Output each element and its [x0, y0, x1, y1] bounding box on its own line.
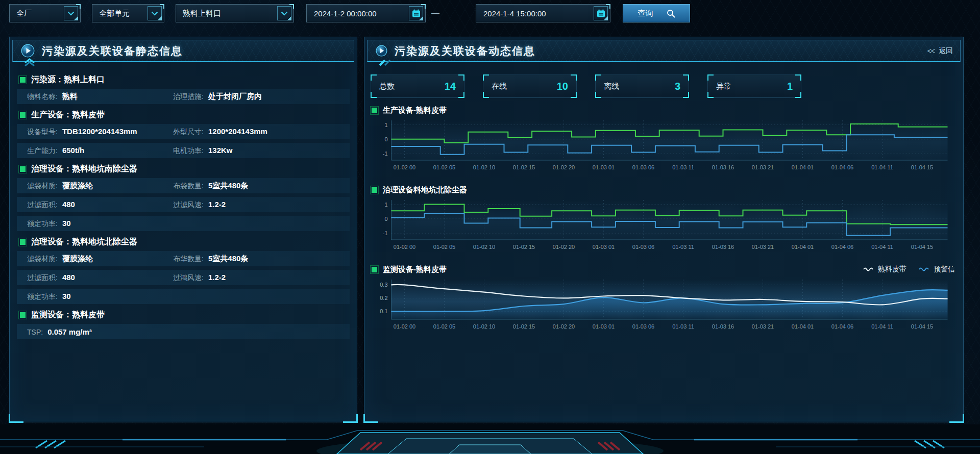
svg-text:01-04 11: 01-04 11: [871, 323, 893, 330]
field-value: 480: [62, 200, 75, 209]
info-field: 布袋数量:5室共480条: [173, 181, 345, 191]
svg-text:01-04 01: 01-04 01: [792, 164, 814, 170]
info-row: 额定功率:30: [17, 289, 350, 304]
chevron-down-icon: [281, 11, 288, 16]
calendar-icon: [412, 9, 421, 18]
info-row: 生产能力:650t/h电机功率:132Kw: [17, 143, 350, 158]
svg-text:01-04 06: 01-04 06: [831, 164, 853, 170]
svg-text:01-04 01: 01-04 01: [792, 244, 814, 250]
section-heading: 治理设备：熟料地坑北除尘器: [20, 237, 350, 247]
field-label: 设备型号:: [27, 128, 58, 137]
wave-line-icon: [919, 267, 930, 272]
chart-canvas-2[interactable]: 01-02 0001-02 0501-02 1001-02 1501-02 20…: [371, 275, 952, 337]
field-value: 1200*204143mm: [208, 127, 267, 136]
svg-text:01-03 01: 01-03 01: [593, 244, 615, 250]
field-value: 1.2-2: [208, 273, 226, 282]
field-value: 覆膜涤纶: [62, 254, 93, 264]
svg-text:01-02 10: 01-02 10: [473, 323, 495, 330]
chart-title: 监测设备-熟料皮带: [383, 265, 447, 274]
field-value: 1.2-2: [208, 200, 226, 209]
section-bullet-icon: [20, 166, 26, 172]
back-button[interactable]: << 返回: [927, 40, 953, 61]
svg-text:01-02 05: 01-02 05: [433, 164, 455, 170]
info-row: 设备型号:TDB1200*204143mm外型尺寸:1200*204143mm: [17, 124, 350, 139]
chart-title: 治理设备料地坑北除尘器: [383, 185, 467, 195]
svg-text:01-02 20: 01-02 20: [553, 323, 575, 330]
query-button[interactable]: 查询: [623, 4, 690, 22]
static-info-panel: 污染源及关联设备静态信息 污染源：熟料上料口物料名称:熟料治理措施:处于封闭厂房…: [9, 37, 357, 422]
section-heading-label: 治理设备：熟料地坑南除尘器: [31, 164, 137, 174]
info-field: 过鸿风速:1.2-2: [173, 273, 345, 283]
section-heading-label: 治理设备：熟料地坑北除尘器: [31, 237, 137, 247]
info-field: 过滤面积:480: [27, 273, 173, 283]
chart-legend: 熟料皮带预警信: [863, 265, 955, 274]
stat-value: 3: [675, 81, 680, 92]
dynamic-panel-title: 污染源及关联设备动态信息: [395, 44, 535, 58]
svg-text:01-02 10: 01-02 10: [473, 244, 495, 250]
svg-text:01-02 20: 01-02 20: [553, 244, 575, 250]
info-row: 额定功率:30: [17, 216, 350, 231]
svg-text:01-02 15: 01-02 15: [513, 164, 535, 170]
section-heading-label: 监测设备：熟料皮带: [31, 310, 105, 320]
svg-text:01-03 11: 01-03 11: [672, 323, 694, 330]
start-date-value: 2024-1-2 00:00:00: [314, 9, 377, 18]
dropdown-plant[interactable]: 全厂: [9, 4, 81, 22]
svg-text:-1: -1: [383, 230, 388, 236]
svg-text:1: 1: [384, 122, 387, 128]
field-label: 电机功率:: [173, 146, 204, 156]
calendar-icon: [597, 9, 605, 18]
field-value: 480: [62, 273, 75, 282]
field-label: 额定功率:: [27, 292, 58, 301]
chart-bullet-icon: [372, 187, 377, 193]
field-label: 布华数量:: [173, 255, 204, 264]
chart-canvas-0[interactable]: 01-02 0001-02 0501-02 1001-02 1501-02 20…: [371, 116, 952, 178]
svg-text:01-03 01: 01-03 01: [593, 323, 615, 330]
play-icon: [21, 44, 35, 58]
stat-label: 离线: [604, 82, 619, 91]
back-button-label: 返回: [939, 46, 953, 56]
info-field: 电机功率:132Kw: [173, 146, 345, 156]
date-range-separator: —: [431, 9, 440, 18]
calendar-icon[interactable]: [409, 6, 423, 20]
info-row: 滤袋材质:覆膜涤纶布袋数量:5室共480条: [17, 178, 350, 193]
dropdown-source[interactable]: 熟料上料口: [176, 4, 294, 22]
field-value: 5室共480条: [208, 181, 248, 191]
chevron-down-icon[interactable]: [277, 6, 291, 20]
svg-text:01-04 01: 01-04 01: [792, 323, 814, 330]
legend-label: 预警信: [934, 265, 955, 274]
chevron-down-icon[interactable]: [64, 6, 78, 20]
svg-text:1: 1: [384, 201, 387, 208]
svg-text:01-02 10: 01-02 10: [473, 164, 495, 170]
info-field: 额定功率:30: [27, 292, 345, 301]
svg-text:01-04 15: 01-04 15: [911, 244, 933, 250]
field-value: 0.057 mg/m³: [47, 327, 92, 336]
info-field: 滤袋材质:覆膜涤纶: [27, 254, 173, 264]
field-label: 过滤面积:: [27, 200, 58, 210]
start-date-input[interactable]: 2024-1-2 00:00:00: [306, 4, 426, 22]
chart-canvas-1[interactable]: 01-02 0001-02 0501-02 1001-02 1501-02 20…: [371, 196, 952, 257]
end-date-input[interactable]: 2024-1-4 15:00:00: [476, 4, 610, 22]
info-field: TSP:0.057 mg/m³: [27, 327, 345, 336]
main-content: 污染源及关联设备静态信息 污染源：熟料上料口物料名称:熟料治理措施:处于封闭厂房…: [9, 37, 964, 422]
field-value: 熟料: [62, 92, 78, 102]
slash-decoration-icon: [379, 59, 394, 66]
field-label: TSP:: [27, 328, 43, 336]
svg-text:01-03 01: 01-03 01: [593, 164, 615, 170]
info-field: 设备型号:TDB1200*204143mm: [27, 127, 173, 137]
bottom-decoration: [0, 424, 980, 454]
svg-text:01-02 20: 01-02 20: [553, 164, 575, 170]
stat-value: 1: [787, 81, 793, 92]
stat-label: 异常: [716, 82, 731, 91]
svg-text:01-02 15: 01-02 15: [513, 244, 535, 250]
chevron-up-decoration-icon: [24, 58, 35, 66]
field-label: 过滤风速:: [173, 200, 204, 210]
field-label: 外型尺寸:: [173, 128, 204, 137]
chevron-down-icon[interactable]: [148, 6, 162, 20]
section-heading: 治理设备：熟料地坑南除尘器: [20, 164, 350, 174]
calendar-icon[interactable]: [594, 6, 608, 20]
field-value: TDB1200*204143mm: [62, 127, 137, 136]
chevron-down-icon: [151, 11, 158, 16]
svg-text:01-03 21: 01-03 21: [752, 164, 774, 170]
section-heading: 污染源：熟料上料口: [20, 74, 350, 85]
dropdown-unit[interactable]: 全部单元: [92, 4, 164, 22]
